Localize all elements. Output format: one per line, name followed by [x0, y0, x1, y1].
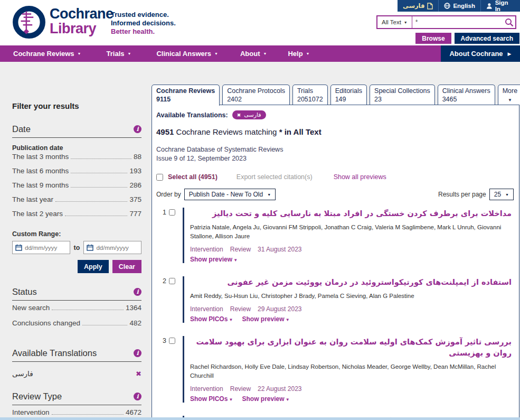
advanced-search-button[interactable]: Advanced search [455, 33, 519, 44]
main-nav: Cochrane Reviews Trials Clinical Answers… [0, 45, 520, 62]
search-submit-button[interactable] [503, 18, 515, 27]
user-icon [486, 3, 493, 9]
filter-conclusions-changed[interactable]: Conclusions changed 482 [12, 319, 141, 334]
document-icon [427, 3, 433, 10]
order-by-select[interactable]: Publish Date - New To Old [184, 189, 276, 200]
tagline-line3: Better health. [111, 27, 176, 36]
date-from-field[interactable] [12, 241, 70, 254]
filter-last-6-months[interactable]: The last 6 months 193 [12, 167, 141, 181]
date-from-input[interactable] [25, 245, 64, 251]
filter-section-translations: Available Translations i فارسی ✖ [12, 348, 141, 378]
tab-cochrane-protocols[interactable]: Cochrane Protocols 2402 [222, 85, 290, 105]
select-all-checkbox[interactable] [156, 174, 163, 181]
filter-sidebar: Filter your results Date i Publication d… [12, 101, 141, 420]
pill-label: فارسی [244, 111, 261, 118]
result-checkbox[interactable] [169, 278, 175, 284]
tab-count: 9115 [156, 95, 215, 104]
result-checkbox[interactable] [169, 209, 175, 216]
info-icon[interactable]: i [134, 288, 141, 296]
apply-button[interactable]: Apply [78, 260, 109, 273]
show-picos-link[interactable]: Show PICOs [190, 395, 233, 403]
status-heading: Status [12, 287, 37, 297]
logo-wordmark[interactable]: Cochrane Library [50, 6, 114, 36]
result-title[interactable]: مداخلات برای برطرف کردن خستگی در افراد م… [190, 208, 512, 219]
show-all-previews-link[interactable]: Show all previews [334, 173, 386, 181]
info-icon[interactable]: i [134, 393, 141, 400]
browse-button[interactable]: Browse [415, 33, 451, 44]
result-type-tabs: Cochrane Reviews 9115 Cochrane Protocols… [152, 85, 519, 106]
chevron-down-icon [503, 95, 517, 105]
dotted-leader [55, 201, 127, 202]
nav-trials[interactable]: Trials [107, 50, 131, 58]
date-to-field[interactable] [83, 241, 141, 254]
filter-count: 286 [129, 181, 141, 189]
tab-cochrane-reviews[interactable]: Cochrane Reviews 9115 [152, 85, 220, 106]
result-meta: Intervention Review 31 August 2023 [190, 246, 512, 253]
date-heading: Date [12, 124, 31, 134]
selection-toolbar: Select all (4951) Export selected citati… [156, 173, 514, 181]
remove-tag-icon[interactable]: ✖ [237, 113, 241, 118]
info-icon[interactable]: i [134, 349, 141, 357]
nav-clinical-answers[interactable]: Clinical Answers [156, 50, 218, 58]
tab-label: Cochrane Protocols [227, 87, 285, 95]
language-link-farsi[interactable]: فارسی [398, 0, 438, 12]
result-checkbox[interactable] [169, 338, 175, 344]
tab-label: Cochrane Reviews [156, 87, 215, 95]
nav-cochrane-reviews[interactable]: Cochrane Reviews [13, 50, 81, 58]
review-type-tag: Intervention [190, 385, 223, 393]
export-citations-link[interactable]: Export selected citation(s) [237, 173, 313, 181]
search-icon [505, 18, 514, 27]
clear-button[interactable]: Clear [112, 260, 141, 273]
result-title[interactable]: بررسی تاثیر آموزش کمک‌های اولیه سلامت رو… [190, 337, 512, 359]
result-title[interactable]: استفاده از ایمپلنت‌های کورتیکواستروئید د… [190, 277, 512, 288]
filter-new-search[interactable]: New search 1364 [12, 304, 141, 319]
cochrane-logo-icon[interactable] [12, 4, 46, 40]
filter-last-2-years[interactable]: The last 2 years 777 [12, 210, 141, 224]
filter-last-9-months[interactable]: The last 9 months 286 [12, 181, 141, 195]
tab-count: 2402 [227, 95, 285, 104]
filter-label: The last year [12, 195, 53, 203]
date-to-input[interactable] [96, 245, 136, 251]
tagline-line2: Informed decisions. [111, 19, 176, 27]
tab-count: 2051072 [297, 95, 323, 104]
about-cochrane-button[interactable]: About Cochrane [441, 45, 520, 62]
select-all-label[interactable]: Select all (4951) [168, 173, 218, 181]
nav-about[interactable]: About [240, 50, 267, 58]
language-link-english[interactable]: English [438, 0, 480, 12]
tab-editorials[interactable]: Editorials 149 [330, 85, 367, 105]
review-type-heading: Review Type [12, 391, 62, 402]
sign-in-link[interactable]: Sign In [480, 0, 520, 12]
nav-help[interactable]: Help [288, 50, 309, 58]
summary-text: Cochrane Reviews matching [174, 127, 279, 136]
order-by-label: Order by [156, 191, 181, 198]
results-panel: Available Translations: ✖ فارسی 4951 Coc… [152, 105, 519, 420]
results-per-page-select[interactable]: 25 [489, 189, 514, 200]
tab-trials[interactable]: Trials 2051072 [292, 85, 328, 105]
tab-count: 149 [335, 95, 362, 104]
filter-label: New search [12, 304, 50, 312]
filter-last-year[interactable]: The last year 375 [12, 195, 141, 210]
stage-tag: Review [230, 246, 251, 253]
filter-count: 482 [129, 319, 141, 327]
filter-label: Intervention [12, 408, 50, 416]
publish-date: 22 August 2023 [258, 385, 301, 393]
remove-filter-icon[interactable]: ✖ [136, 370, 141, 378]
tab-count: 3465 [442, 95, 490, 104]
tab-special-collections[interactable]: Special Collections 23 [370, 85, 435, 105]
show-preview-link[interactable]: Show preview [242, 395, 289, 403]
filter-count: 777 [129, 210, 141, 218]
show-picos-link[interactable]: Show PICOs [190, 315, 233, 323]
show-preview-link[interactable]: Show preview [190, 256, 238, 263]
tab-clinical-answers[interactable]: Clinical Answers 3465 [438, 85, 495, 105]
show-preview-link[interactable]: Show preview [242, 315, 289, 323]
filter-last-3-months[interactable]: The last 3 months 88 [12, 153, 141, 167]
filter-count: 375 [129, 195, 141, 203]
translation-filter-pill[interactable]: ✖ فارسی [232, 110, 266, 119]
page-bottom-edge [0, 417, 520, 420]
info-icon[interactable]: i [134, 125, 141, 133]
tab-more[interactable]: More [498, 85, 520, 105]
tab-label: More [503, 87, 517, 95]
filter-label: The last 6 months [12, 167, 69, 175]
search-input[interactable] [412, 16, 503, 28]
search-scope-select[interactable]: All Text [377, 16, 412, 28]
